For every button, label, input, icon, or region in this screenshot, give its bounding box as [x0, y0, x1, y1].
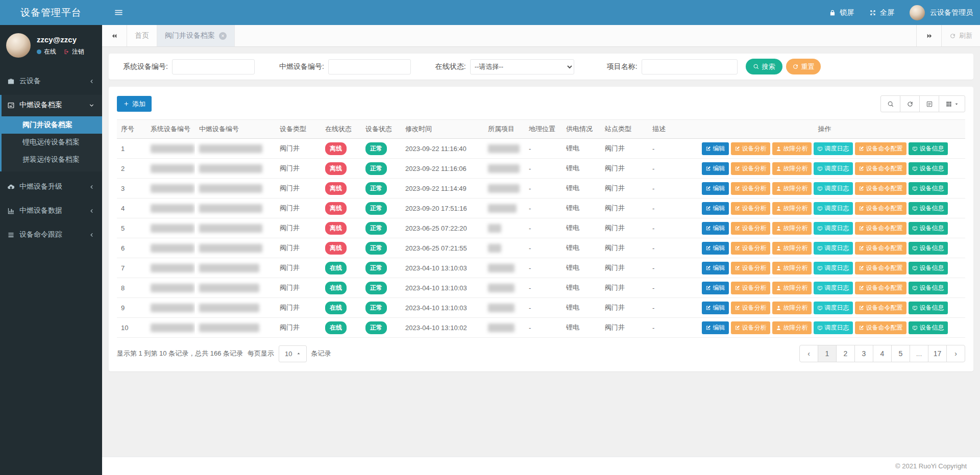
page-size-select[interactable]: 10	[279, 345, 306, 362]
action-设备命令配置-button[interactable]: 设备命令配置	[855, 262, 906, 274]
online-status-select[interactable]: --请选择--	[470, 59, 574, 74]
tab-active[interactable]: 阀门井设备档案×	[157, 25, 235, 46]
action-设备命令配置-button[interactable]: 设备命令配置	[855, 242, 906, 255]
pager-button-1[interactable]: 1	[818, 345, 837, 362]
pager-button-5[interactable]: 5	[891, 345, 910, 362]
action-调度日志-button[interactable]: 调度日志	[814, 302, 853, 314]
sidebar-item[interactable]: 中燃设备档案	[2, 95, 102, 115]
add-button[interactable]: 添加	[117, 96, 152, 112]
system-device-no-input[interactable]	[172, 59, 255, 74]
action-故障分析-button[interactable]: 故障分析	[772, 282, 812, 294]
action-故障分析-button[interactable]: 故障分析	[772, 162, 812, 175]
action-编辑-button[interactable]: 编辑	[702, 222, 729, 235]
action-设备信息-button[interactable]: 设备信息	[909, 142, 948, 155]
action-编辑-button[interactable]: 编辑	[702, 262, 729, 274]
sidebar-subitem[interactable]: 阀门井设备档案	[2, 116, 102, 134]
pager-button-17[interactable]: 17	[928, 345, 947, 362]
table-card-view-button[interactable]	[919, 95, 939, 112]
edit-icon	[859, 265, 864, 271]
action-故障分析-button[interactable]: 故障分析	[772, 302, 812, 314]
action-设备命令配置-button[interactable]: 设备命令配置	[855, 321, 906, 334]
fullscreen-button[interactable]: 全屏	[869, 8, 894, 17]
action-设备命令配置-button[interactable]: 设备命令配置	[855, 142, 906, 155]
action-设备命令配置-button[interactable]: 设备命令配置	[855, 162, 906, 175]
action-故障分析-button[interactable]: 故障分析	[772, 321, 812, 334]
sidebar-item[interactable]: 中燃设备数据	[0, 201, 102, 221]
table-search-toggle-button[interactable]	[880, 95, 900, 112]
action-设备信息-button[interactable]: 设备信息	[909, 262, 948, 274]
action-设备分析-button[interactable]: 设备分析	[731, 321, 770, 334]
logout-button[interactable]: 注销	[63, 47, 84, 56]
action-设备信息-button[interactable]: 设备信息	[909, 222, 948, 235]
action-设备信息-button[interactable]: 设备信息	[909, 202, 948, 215]
action-编辑-button[interactable]: 编辑	[702, 242, 729, 255]
reset-button[interactable]: 重置	[786, 59, 821, 74]
action-编辑-button[interactable]: 编辑	[702, 321, 729, 334]
action-设备信息-button[interactable]: 设备信息	[909, 182, 948, 195]
pager-button-›[interactable]: ›	[946, 345, 965, 362]
action-调度日志-button[interactable]: 调度日志	[814, 321, 853, 334]
action-设备分析-button[interactable]: 设备分析	[731, 222, 770, 235]
action-调度日志-button[interactable]: 调度日志	[814, 222, 853, 235]
action-调度日志-button[interactable]: 调度日志	[814, 142, 853, 155]
action-设备命令配置-button[interactable]: 设备命令配置	[855, 222, 906, 235]
action-编辑-button[interactable]: 编辑	[702, 142, 729, 155]
action-故障分析-button[interactable]: 故障分析	[772, 182, 812, 195]
action-编辑-button[interactable]: 编辑	[702, 202, 729, 215]
pager-button-4[interactable]: 4	[873, 345, 892, 362]
action-调度日志-button[interactable]: 调度日志	[814, 262, 853, 274]
action-设备命令配置-button[interactable]: 设备命令配置	[855, 302, 906, 314]
action-调度日志-button[interactable]: 调度日志	[814, 282, 853, 294]
zr-device-no-input[interactable]	[328, 59, 411, 74]
sidebar-subitem[interactable]: 锂电远传设备档案	[2, 134, 102, 151]
sidebar-item[interactable]: 中燃设备升级	[0, 177, 102, 197]
action-故障分析-button[interactable]: 故障分析	[772, 142, 812, 155]
search-button[interactable]: 搜索	[746, 59, 782, 74]
tabs-scroll-left-button[interactable]	[102, 25, 127, 46]
action-设备信息-button[interactable]: 设备信息	[909, 162, 948, 175]
tab-refresh-button[interactable]: 刷新	[941, 25, 980, 46]
tab-close-icon[interactable]: ×	[219, 32, 227, 40]
action-故障分析-button[interactable]: 故障分析	[772, 242, 812, 255]
action-设备分析-button[interactable]: 设备分析	[731, 202, 770, 215]
action-故障分析-button[interactable]: 故障分析	[772, 262, 812, 274]
sidebar-subitem[interactable]: 拼装远传设备档案	[2, 151, 102, 168]
action-调度日志-button[interactable]: 调度日志	[814, 182, 853, 195]
action-设备分析-button[interactable]: 设备分析	[731, 282, 770, 294]
lock-screen-button[interactable]: 锁屏	[829, 8, 854, 17]
action-设备分析-button[interactable]: 设备分析	[731, 162, 770, 175]
sidebar-item[interactable]: 设备命令跟踪	[0, 224, 102, 245]
sidebar-item[interactable]: 云设备	[0, 71, 102, 91]
table-columns-button[interactable]	[939, 95, 965, 112]
action-设备分析-button[interactable]: 设备分析	[731, 182, 770, 195]
pager-button-2[interactable]: 2	[836, 345, 855, 362]
pager-button-3[interactable]: 3	[854, 345, 873, 362]
action-编辑-button[interactable]: 编辑	[702, 162, 729, 175]
tab-home[interactable]: 首页	[127, 25, 157, 46]
action-设备分析-button[interactable]: 设备分析	[731, 262, 770, 274]
table-refresh-button[interactable]	[900, 95, 920, 112]
action-设备信息-button[interactable]: 设备信息	[909, 242, 948, 255]
action-设备分析-button[interactable]: 设备分析	[731, 242, 770, 255]
sidebar-toggle-icon[interactable]	[109, 5, 128, 20]
action-调度日志-button[interactable]: 调度日志	[814, 242, 853, 255]
action-故障分析-button[interactable]: 故障分析	[772, 202, 812, 215]
action-故障分析-button[interactable]: 故障分析	[772, 222, 812, 235]
action-编辑-button[interactable]: 编辑	[702, 282, 729, 294]
action-调度日志-button[interactable]: 调度日志	[814, 202, 853, 215]
action-调度日志-button[interactable]: 调度日志	[814, 162, 853, 175]
tabs-scroll-right-button[interactable]	[916, 25, 941, 46]
action-设备分析-button[interactable]: 设备分析	[731, 302, 770, 314]
action-设备命令配置-button[interactable]: 设备命令配置	[855, 282, 906, 294]
action-设备信息-button[interactable]: 设备信息	[909, 321, 948, 334]
action-设备分析-button[interactable]: 设备分析	[731, 142, 770, 155]
action-设备命令配置-button[interactable]: 设备命令配置	[855, 182, 906, 195]
action-设备信息-button[interactable]: 设备信息	[909, 282, 948, 294]
action-编辑-button[interactable]: 编辑	[702, 182, 729, 195]
current-user-menu[interactable]: 云设备管理员	[910, 5, 973, 20]
action-设备命令配置-button[interactable]: 设备命令配置	[855, 202, 906, 215]
action-编辑-button[interactable]: 编辑	[702, 302, 729, 314]
pager-button-‹[interactable]: ‹	[799, 345, 818, 362]
action-设备信息-button[interactable]: 设备信息	[909, 302, 948, 314]
project-name-input[interactable]	[642, 59, 738, 74]
